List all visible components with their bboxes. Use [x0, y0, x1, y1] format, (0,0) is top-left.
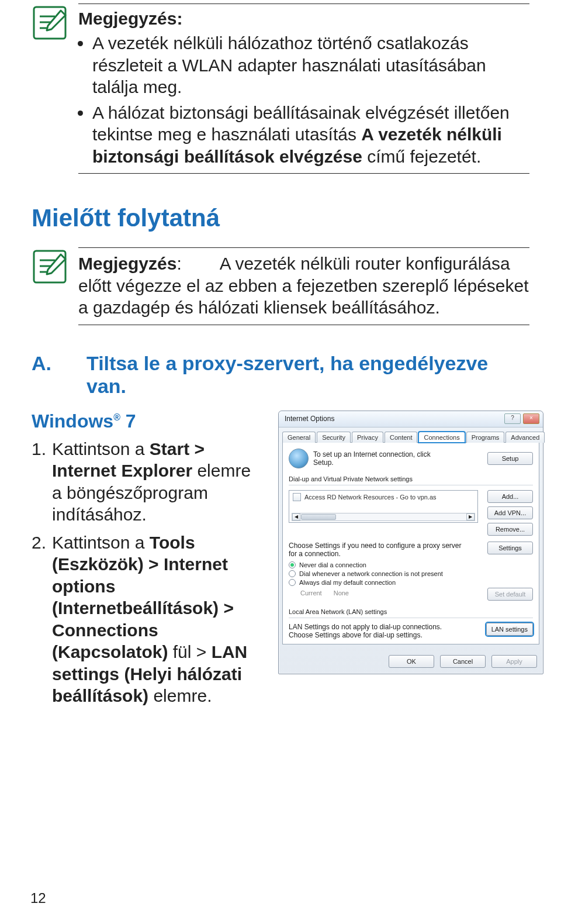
current-label: Current — [300, 589, 322, 597]
rule — [78, 247, 529, 248]
apply-button[interactable]: Apply — [491, 655, 537, 668]
radio-dial-when-no-net[interactable]: Dial whenever a network connection is no… — [289, 570, 533, 577]
internet-options-dialog: Internet Options ? × General Security Pr… — [278, 411, 543, 674]
note-item-text: című fejezetét. — [362, 147, 481, 166]
rule — [78, 4, 529, 4]
lan-settings-button[interactable]: LAN settings — [486, 623, 533, 636]
note-icon — [32, 249, 68, 287]
dialog-body: To set up an Internet connection, click … — [282, 442, 539, 644]
radio-icon — [289, 570, 296, 577]
dialog-titlebar[interactable]: Internet Options ? × — [279, 411, 543, 427]
t: Kattintson a — [52, 533, 150, 552]
section-label: A. — [32, 352, 51, 398]
section-title: Tiltsa le a proxy-szervert, ha engedélye… — [86, 352, 529, 398]
add-button[interactable]: Add... — [487, 490, 533, 503]
radio-icon — [289, 579, 296, 586]
step-2: 2. Kattintson a Tools (Eszközök) > Inter… — [32, 532, 264, 707]
document-icon — [293, 493, 301, 501]
help-button[interactable]: ? — [504, 413, 521, 424]
radio-always-dial[interactable]: Always dial my default connection — [289, 579, 533, 586]
section-a-row: A. Tiltsa le a proxy-szervert, ha engedé… — [32, 352, 529, 398]
os-ver: 7 — [126, 411, 136, 432]
note-icon — [32, 5, 68, 43]
settings-button[interactable]: Settings — [487, 542, 533, 554]
tab-connections[interactable]: Connections — [418, 432, 465, 443]
tab-privacy[interactable]: Privacy — [352, 432, 383, 443]
t: elemre. — [148, 686, 212, 705]
rule — [289, 485, 533, 485]
rule — [78, 325, 529, 325]
os-reg: ® — [113, 412, 120, 422]
t: fül > — [168, 642, 211, 661]
tab-security[interactable]: Security — [317, 432, 351, 443]
t: Kattintson a — [52, 439, 150, 458]
note-block-2: Megjegyzés: A vezeték nélküli router kon… — [32, 244, 529, 325]
os-name: Windows — [32, 411, 113, 432]
remove-button[interactable]: Remove... — [487, 523, 533, 536]
globe-icon — [289, 449, 309, 468]
cancel-button[interactable]: Cancel — [440, 655, 486, 668]
rule — [78, 173, 529, 174]
radio-label: Never dial a connection — [299, 561, 366, 568]
scroll-left-icon[interactable]: ◀ — [292, 513, 300, 520]
set-default-button[interactable]: Set default — [487, 588, 533, 601]
current-value: None — [334, 589, 349, 597]
step-text: Kattintson a Tools (Eszközök) > Internet… — [52, 532, 264, 707]
dial-group-title: Dial-up and Virtual Private Network sett… — [289, 475, 533, 482]
list-item-label: Access RD Network Resources - Go to vpn.… — [304, 494, 437, 501]
note-item-text: A vezeték nélküli hálózathoz történő csa… — [92, 33, 486, 96]
scrollbar[interactable]: ◀ ▶ — [292, 513, 475, 521]
scroll-right-icon[interactable]: ▶ — [466, 513, 475, 520]
note-block-1: Megjegyzés: A vezeték nélküli hálózathoz… — [32, 0, 529, 174]
close-button[interactable]: × — [523, 413, 539, 424]
tab-programs[interactable]: Programs — [466, 432, 505, 443]
note-item: A vezeték nélküli hálózathoz történő csa… — [92, 32, 529, 98]
choose-text: Choose Settings if you need to configure… — [289, 542, 464, 558]
lan-text: LAN Settings do not apply to dial-up con… — [289, 623, 464, 639]
step-num: 1. — [32, 438, 46, 526]
setup-text: To set up an Internet connection, click … — [313, 450, 448, 467]
note-item: A hálózat biztonsági beállításainak elvé… — [92, 102, 529, 168]
step-text: Kattintson a Start > Internet Explorer e… — [52, 438, 264, 526]
tab-advanced[interactable]: Advanced — [505, 432, 545, 443]
tab-content[interactable]: Content — [385, 432, 418, 443]
radio-label: Always dial my default connection — [299, 579, 396, 586]
note2-colon: : — [176, 254, 181, 273]
list-item[interactable]: Access RD Network Resources - Go to vpn.… — [293, 493, 474, 501]
page-number: 12 — [30, 890, 46, 906]
steps-list: 1. Kattintson a Start > Internet Explore… — [32, 438, 264, 707]
vpn-listbox[interactable]: Access RD Network Resources - Go to vpn.… — [289, 490, 478, 523]
tab-general[interactable]: General — [282, 432, 316, 443]
ok-button[interactable]: OK — [389, 655, 434, 668]
heading-before-continue: Mielőtt folytatná — [32, 204, 529, 232]
dialog-title: Internet Options — [285, 415, 334, 423]
lan-group-title: Local Area Network (LAN) settings — [289, 608, 533, 615]
dialog-footer: OK Cancel Apply — [279, 648, 543, 674]
radio-icon — [289, 561, 296, 568]
note2-title: Megjegyzés — [78, 254, 176, 273]
current-row: Current None — [300, 589, 349, 597]
step-num: 2. — [32, 532, 46, 707]
tabs: General Security Privacy Content Connect… — [279, 427, 543, 442]
scroll-thumb[interactable] — [301, 514, 336, 520]
step-1: 1. Kattintson a Start > Internet Explore… — [32, 438, 264, 526]
radio-label: Dial whenever a network connection is no… — [299, 570, 443, 577]
radio-never-dial[interactable]: Never dial a connection — [289, 561, 533, 568]
add-vpn-button[interactable]: Add VPN... — [487, 506, 533, 519]
setup-button[interactable]: Setup — [487, 452, 533, 465]
note-title: Megjegyzés: — [78, 9, 529, 29]
note2-text: Megjegyzés: A vezeték nélküli router kon… — [78, 253, 529, 319]
os-title: Windows® 7 — [32, 411, 264, 432]
rule — [289, 618, 533, 618]
note-list: A vezeték nélküli hálózathoz történő csa… — [78, 32, 529, 167]
